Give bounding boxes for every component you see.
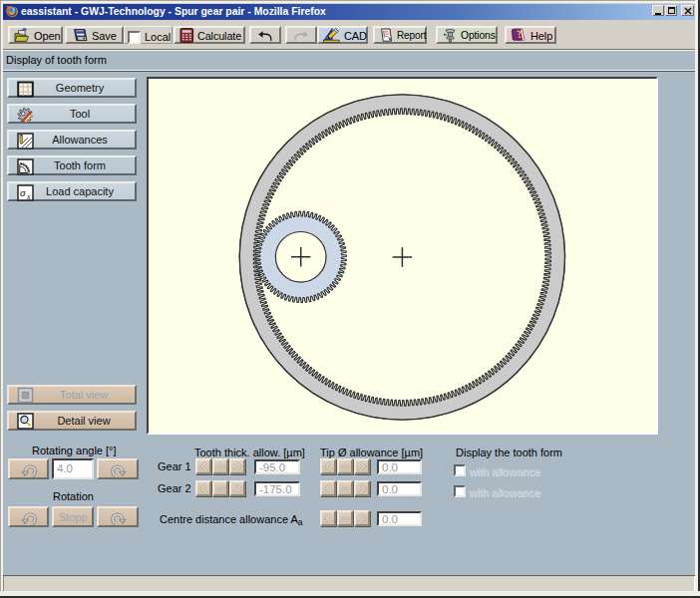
svg-text:σ: σ [20, 186, 26, 198]
